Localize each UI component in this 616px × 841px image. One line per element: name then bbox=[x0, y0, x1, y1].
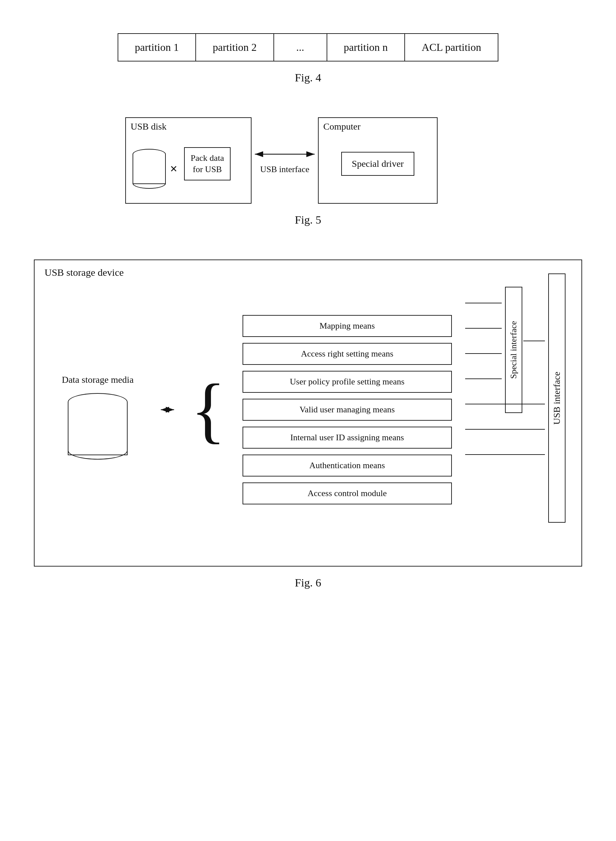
special-interface-box: Special interface bbox=[505, 287, 522, 413]
means-box-mapping: Mapping means bbox=[242, 315, 452, 337]
fig5-section: USB disk ✕ Pack data for USB bbox=[26, 117, 590, 226]
fig6-outer-box: USB storage device Data storage media bbox=[34, 260, 582, 567]
fig6-usb-interface-label: USB interface bbox=[551, 371, 562, 424]
computer-box: Computer Special driver bbox=[318, 117, 438, 204]
usb-interface-label: USB interface bbox=[260, 164, 309, 175]
dbl-arrow-connector bbox=[157, 273, 177, 546]
means-box-authentication: Authentication means bbox=[242, 455, 452, 477]
means-box-internal-user-id: Internal user ID assigning means bbox=[242, 427, 452, 449]
fig6-label: Fig. 6 bbox=[295, 577, 321, 589]
fig4-table: partition 1 partition 2 ... partition n … bbox=[117, 33, 499, 62]
fig4-label: Fig. 4 bbox=[295, 72, 321, 84]
left-brace: { bbox=[191, 373, 226, 446]
fig6-storage-label: Data storage media bbox=[62, 373, 133, 386]
usb-disk-box: USB disk ✕ Pack data for USB bbox=[125, 117, 252, 204]
fig5-label: Fig. 5 bbox=[295, 214, 321, 226]
cylinder-bottom bbox=[133, 178, 166, 189]
usb-interface-container: USB interface bbox=[545, 273, 566, 523]
special-interface-label: Special interface bbox=[509, 321, 519, 379]
fig4-cell-partition1: partition 1 bbox=[118, 34, 196, 61]
double-arrow-svg bbox=[159, 401, 176, 418]
computer-label: Computer bbox=[323, 121, 361, 132]
means-box-valid-user: Valid user managing means bbox=[242, 399, 452, 421]
usb-disk-label: USB disk bbox=[131, 121, 166, 132]
means-column: Mapping means Access right setting means… bbox=[242, 273, 452, 546]
fig6-usb-storage-label: USB storage device bbox=[44, 267, 123, 278]
brace-container: { bbox=[191, 273, 229, 546]
fig4-cell-partitionn: partition n bbox=[327, 34, 405, 61]
means-box-access-right: Access right setting means bbox=[242, 343, 452, 365]
right-connectors: Special interface USB interface bbox=[465, 273, 565, 546]
fig4-cell-partition2: partition 2 bbox=[196, 34, 274, 61]
large-cylinder-icon bbox=[68, 393, 128, 459]
fig4-cell-ellipsis: ... bbox=[274, 34, 327, 61]
multiply-symbol: ✕ bbox=[170, 163, 177, 175]
cylinder-icon bbox=[133, 149, 166, 189]
fig6-left: Data storage media bbox=[51, 287, 144, 546]
arrow-svg bbox=[252, 146, 318, 163]
means-box-user-policy: User policy profile setting means bbox=[242, 371, 452, 393]
fig6-section: USB storage device Data storage media bbox=[26, 260, 590, 589]
pack-data-box: Pack data for USB bbox=[184, 147, 230, 181]
fig4-section: partition 1 partition 2 ... partition n … bbox=[26, 33, 590, 84]
means-box-access-control: Access control module bbox=[242, 483, 452, 504]
usb-interface-connector: USB interface bbox=[252, 146, 318, 175]
fig6-usb-interface-box: USB interface bbox=[548, 273, 566, 523]
fig4-cell-acl: ACL partition bbox=[405, 34, 498, 61]
fig5-diagram: USB disk ✕ Pack data for USB bbox=[125, 117, 491, 204]
special-driver-box: Special driver bbox=[341, 152, 414, 176]
special-interface-container: Special interface bbox=[502, 287, 526, 413]
large-cylinder-bottom bbox=[68, 442, 128, 459]
